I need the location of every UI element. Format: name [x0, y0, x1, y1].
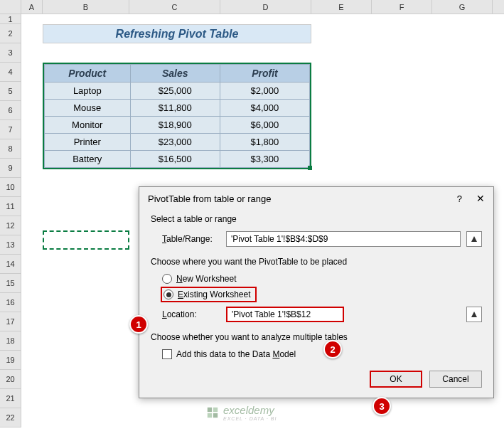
data-table: Product Sales Profit Laptop$25,000$2,000… [43, 63, 311, 169]
selection-handle[interactable] [308, 166, 312, 170]
row-header[interactable]: 16 [0, 293, 21, 312]
close-icon[interactable]: ✕ [476, 193, 485, 204]
row-header[interactable]: 4 [0, 63, 21, 82]
row-header[interactable]: 5 [0, 82, 21, 101]
svg-rect-0 [208, 408, 212, 412]
watermark: exceldemy EXCEL · DATA · BI [206, 404, 277, 421]
table-cell[interactable]: $2,000 [220, 83, 309, 100]
row-header[interactable]: 18 [0, 331, 21, 351]
th-sales: Sales [130, 65, 220, 83]
page-title: Refreshing Pivot Table [43, 24, 311, 43]
table-row: Laptop$25,000$2,000 [45, 83, 310, 100]
callout-1: 1 [129, 315, 148, 334]
row-header[interactable]: 14 [0, 255, 21, 274]
dialog-title: PivotTable from table or range [148, 193, 271, 204]
table-row: Monitor$18,900$6,000 [45, 117, 310, 134]
row-headers: 1 2 3 4 5 6 7 8 9 10 11 12 13 14 15 16 1… [0, 14, 21, 427]
table-cell[interactable]: $1,800 [220, 134, 309, 151]
radio-new-worksheet[interactable]: New Worksheet [162, 274, 482, 284]
svg-rect-3 [213, 413, 218, 418]
col-header-c[interactable]: C [129, 0, 220, 14]
table-range-input[interactable] [226, 231, 461, 247]
section-multiple-tables: Choose whether you want to analyze multi… [151, 332, 482, 342]
table-cell[interactable]: $16,500 [130, 151, 220, 168]
col-header-d[interactable]: D [220, 0, 311, 14]
table-cell[interactable]: Laptop [45, 83, 131, 100]
range-picker-button[interactable] [466, 231, 482, 247]
location-label: Location: [162, 309, 220, 319]
table-row: Printer$23,000$1,800 [45, 134, 310, 151]
section-select-range: Select a table or range [151, 214, 482, 224]
row-header[interactable]: 10 [0, 178, 21, 197]
row-header[interactable]: 13 [0, 235, 21, 255]
table-row: Mouse$11,800$4,000 [45, 100, 310, 117]
table-cell[interactable]: $3,300 [220, 151, 309, 168]
svg-rect-1 [213, 408, 218, 412]
col-header-b[interactable]: B [43, 0, 129, 14]
row-header[interactable]: 15 [0, 274, 21, 293]
radio-existing-worksheet[interactable]: Existing Worksheet [161, 287, 257, 302]
col-header-f[interactable]: F [372, 0, 432, 14]
col-header-a[interactable]: A [21, 0, 43, 14]
help-icon[interactable]: ? [457, 193, 462, 204]
radio-icon [163, 289, 173, 299]
row-header[interactable]: 8 [0, 139, 21, 159]
table-cell[interactable]: Battery [45, 151, 131, 168]
table-cell[interactable]: Monitor [45, 117, 131, 134]
checkbox-icon [162, 349, 172, 359]
section-placement: Choose where you want the PivotTable to … [151, 257, 482, 267]
radio-icon [162, 274, 172, 284]
row-header[interactable]: 6 [0, 101, 21, 120]
column-headers: A B C D E F G [0, 0, 504, 14]
callout-3: 3 [372, 397, 391, 415]
table-cell[interactable]: $18,900 [130, 117, 220, 134]
table-row: Battery$16,500$3,300 [45, 151, 310, 168]
table-cell[interactable]: $4,000 [220, 100, 309, 117]
location-input[interactable] [226, 307, 344, 322]
table-cell[interactable]: $25,000 [130, 83, 220, 100]
row-header[interactable]: 11 [0, 197, 21, 216]
marching-ants-selection [43, 230, 129, 250]
row-header[interactable]: 7 [0, 120, 21, 139]
th-product: Product [45, 65, 131, 83]
row-header[interactable]: 1 [0, 14, 21, 24]
table-cell[interactable]: Printer [45, 134, 131, 151]
table-range-label: Table/Range: [162, 234, 220, 244]
watermark-text: exceldemy [223, 404, 274, 416]
col-header-e[interactable]: E [311, 0, 372, 14]
table-cell[interactable]: $23,000 [130, 134, 220, 151]
row-header[interactable]: 17 [0, 312, 21, 331]
col-header-g[interactable]: G [432, 0, 493, 14]
dialog-titlebar[interactable]: PivotTable from table or range ? ✕ [139, 187, 493, 210]
watermark-sub: EXCEL · DATA · BI [223, 416, 277, 421]
th-profit: Profit [220, 65, 309, 83]
table-cell[interactable]: Mouse [45, 100, 131, 117]
row-header[interactable]: 2 [0, 24, 21, 43]
radio-label: Existing Worksheet [178, 289, 251, 299]
table-cell[interactable]: $6,000 [220, 117, 309, 134]
callout-2: 2 [323, 340, 342, 358]
pivot-table-dialog: PivotTable from table or range ? ✕ Selec… [139, 186, 494, 398]
row-header[interactable]: 21 [0, 389, 21, 408]
row-header[interactable]: 22 [0, 408, 21, 427]
table-cell[interactable]: $11,800 [130, 100, 220, 117]
ok-button[interactable]: OK [370, 371, 422, 388]
checkbox-label: Add this data to the Data Model [176, 349, 296, 359]
radio-label: New Worksheet [176, 274, 236, 284]
location-picker-button[interactable] [466, 307, 482, 322]
cancel-button[interactable]: Cancel [429, 371, 482, 388]
checkbox-data-model[interactable]: Add this data to the Data Model [162, 349, 482, 359]
logo-icon [206, 406, 219, 419]
row-header[interactable]: 20 [0, 370, 21, 389]
row-header[interactable]: 12 [0, 216, 21, 235]
row-header[interactable]: 3 [0, 43, 21, 63]
svg-rect-2 [208, 413, 212, 418]
select-all-corner[interactable] [0, 0, 21, 14]
row-header[interactable]: 19 [0, 351, 21, 370]
row-header[interactable]: 9 [0, 159, 21, 178]
